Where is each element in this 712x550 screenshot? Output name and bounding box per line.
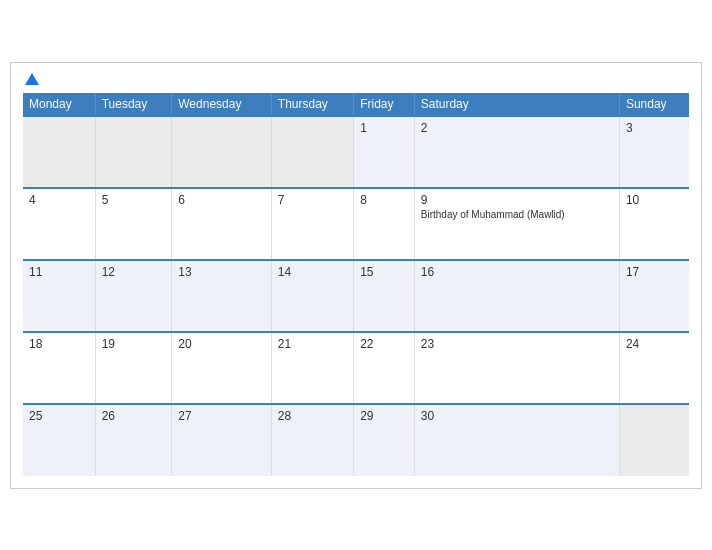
day-number: 16 — [421, 265, 613, 279]
day-number: 9 — [421, 193, 613, 207]
day-number: 15 — [360, 265, 408, 279]
day-number: 14 — [278, 265, 347, 279]
calendar-week-row: 456789Birthday of Muhammad (Mawlid)10 — [23, 188, 689, 260]
calendar-cell: 6 — [172, 188, 272, 260]
calendar-cell: 2 — [414, 116, 619, 188]
day-number: 3 — [626, 121, 683, 135]
calendar-cell: 24 — [619, 332, 689, 404]
weekday-header-wednesday: Wednesday — [172, 93, 272, 116]
calendar-cell: 23 — [414, 332, 619, 404]
calendar-cell: 30 — [414, 404, 619, 476]
calendar-cell: 21 — [271, 332, 353, 404]
day-number: 11 — [29, 265, 89, 279]
calendar-cell: 17 — [619, 260, 689, 332]
day-number: 23 — [421, 337, 613, 351]
day-number: 21 — [278, 337, 347, 351]
day-number: 17 — [626, 265, 683, 279]
day-number: 30 — [421, 409, 613, 423]
logo — [23, 73, 39, 85]
day-number: 18 — [29, 337, 89, 351]
weekday-header-row: MondayTuesdayWednesdayThursdayFridaySatu… — [23, 93, 689, 116]
calendar-week-row: 123 — [23, 116, 689, 188]
day-number: 20 — [178, 337, 265, 351]
calendar-cell: 4 — [23, 188, 95, 260]
calendar-cell — [172, 116, 272, 188]
day-number: 19 — [102, 337, 166, 351]
calendar-header-row: MondayTuesdayWednesdayThursdayFridaySatu… — [23, 93, 689, 116]
calendar-cell: 13 — [172, 260, 272, 332]
calendar-cell: 26 — [95, 404, 172, 476]
calendar-cell: 1 — [354, 116, 415, 188]
calendar-week-row: 252627282930 — [23, 404, 689, 476]
event-label: Birthday of Muhammad (Mawlid) — [421, 209, 565, 220]
weekday-header-sunday: Sunday — [619, 93, 689, 116]
calendar-cell: 12 — [95, 260, 172, 332]
calendar-table: MondayTuesdayWednesdayThursdayFridaySatu… — [23, 93, 689, 476]
day-number: 8 — [360, 193, 408, 207]
day-number: 7 — [278, 193, 347, 207]
calendar-cell: 7 — [271, 188, 353, 260]
day-number: 4 — [29, 193, 89, 207]
calendar-cell — [23, 116, 95, 188]
day-number: 6 — [178, 193, 265, 207]
calendar-cell: 15 — [354, 260, 415, 332]
day-number: 24 — [626, 337, 683, 351]
calendar-cell: 27 — [172, 404, 272, 476]
day-number: 13 — [178, 265, 265, 279]
weekday-header-tuesday: Tuesday — [95, 93, 172, 116]
day-number: 5 — [102, 193, 166, 207]
logo-triangle-icon — [25, 73, 39, 85]
calendar-cell — [95, 116, 172, 188]
weekday-header-thursday: Thursday — [271, 93, 353, 116]
day-number: 22 — [360, 337, 408, 351]
day-number: 1 — [360, 121, 408, 135]
calendar-cell: 5 — [95, 188, 172, 260]
day-number: 25 — [29, 409, 89, 423]
day-number: 12 — [102, 265, 166, 279]
calendar-cell: 10 — [619, 188, 689, 260]
calendar-cell: 29 — [354, 404, 415, 476]
day-number: 26 — [102, 409, 166, 423]
calendar-cell: 9Birthday of Muhammad (Mawlid) — [414, 188, 619, 260]
calendar-cell: 16 — [414, 260, 619, 332]
day-number: 2 — [421, 121, 613, 135]
calendar-header — [23, 73, 689, 85]
weekday-header-friday: Friday — [354, 93, 415, 116]
calendar-cell: 3 — [619, 116, 689, 188]
day-number: 29 — [360, 409, 408, 423]
calendar-week-row: 11121314151617 — [23, 260, 689, 332]
calendar-cell: 11 — [23, 260, 95, 332]
calendar-cell: 8 — [354, 188, 415, 260]
weekday-header-monday: Monday — [23, 93, 95, 116]
calendar-cell: 25 — [23, 404, 95, 476]
day-number: 28 — [278, 409, 347, 423]
calendar-wrapper: MondayTuesdayWednesdayThursdayFridaySatu… — [10, 62, 702, 489]
calendar-cell: 19 — [95, 332, 172, 404]
day-number: 27 — [178, 409, 265, 423]
calendar-cell — [271, 116, 353, 188]
calendar-cell: 20 — [172, 332, 272, 404]
calendar-cell: 28 — [271, 404, 353, 476]
calendar-body: 123456789Birthday of Muhammad (Mawlid)10… — [23, 116, 689, 476]
calendar-cell: 14 — [271, 260, 353, 332]
weekday-header-saturday: Saturday — [414, 93, 619, 116]
day-number: 10 — [626, 193, 683, 207]
calendar-cell — [619, 404, 689, 476]
calendar-cell: 22 — [354, 332, 415, 404]
calendar-week-row: 18192021222324 — [23, 332, 689, 404]
calendar-cell: 18 — [23, 332, 95, 404]
